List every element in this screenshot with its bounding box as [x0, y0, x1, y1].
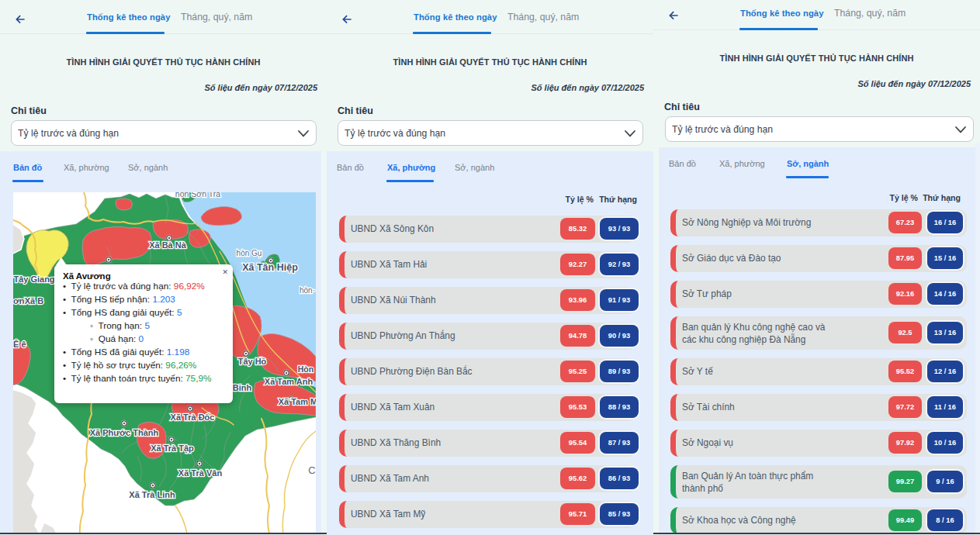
svg-text:Ê ê: Ê ê	[13, 340, 26, 349]
svg-text:Tây Hồ: Tây Hồ	[238, 357, 267, 366]
svg-text:Xã Tân Hiệp: Xã Tân Hiệp	[242, 262, 298, 273]
svg-text:C: C	[308, 464, 315, 476]
svg-text:hòn·: hòn·	[300, 286, 315, 295]
svg-text:Xã B: Xã B	[25, 296, 44, 305]
svg-text:Xã Trà Vân: Xã Trà Vân	[178, 468, 223, 478]
svg-text:Hòn: Hòn	[298, 364, 313, 374]
svg-text:Xã Bà Nà: Xã Bà Nà	[149, 240, 187, 250]
svg-text:ơn: ơn	[13, 296, 25, 305]
svg-text:Xã Trà Tập: Xã Trà Tập	[151, 444, 194, 454]
svg-text:hòn Sơn Trà: hòn Sơn Trà	[175, 192, 220, 198]
svg-text:Xã Trà Đốc: Xã Trà Đốc	[171, 412, 215, 422]
svg-text:Binh: Binh	[233, 383, 252, 392]
svg-text:Xã Phước Thành: Xã Phước Thành	[90, 428, 159, 437]
svg-text:Xã Tam Anh: Xã Tam Anh	[265, 377, 313, 386]
svg-text:Xã Tam Mỹ: Xã Tam Mỹ	[279, 397, 316, 406]
svg-text:hòn Gụ: hòn Gụ	[237, 249, 262, 257]
svg-text:Xã Trà Linh: Xã Trà Linh	[129, 490, 175, 499]
svg-text:Tây Giang: Tây Giang	[13, 274, 54, 284]
